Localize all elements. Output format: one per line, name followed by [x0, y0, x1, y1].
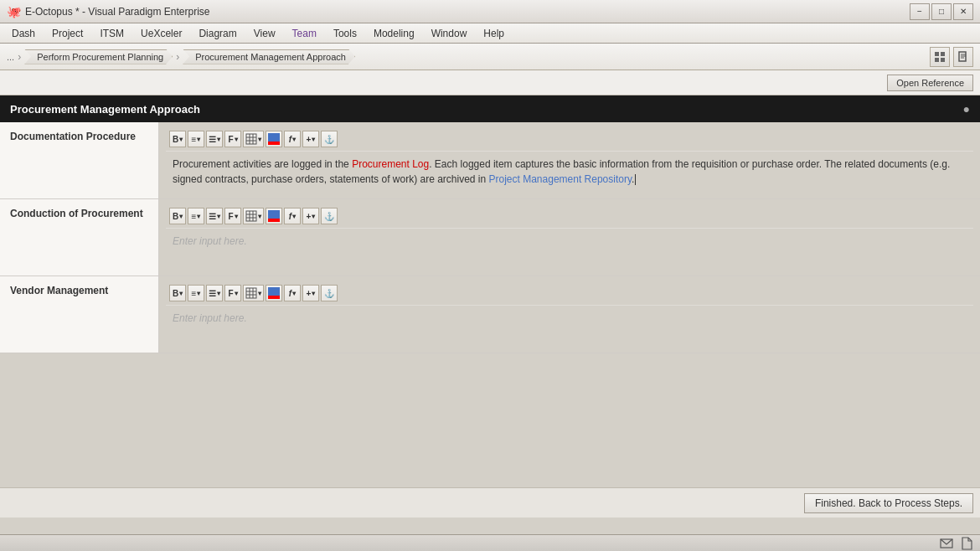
menu-uexceler[interactable]: UeXceler — [132, 24, 190, 43]
breadcrumb-sep-2: › — [176, 51, 179, 63]
field-conduction[interactable]: B▾ ≡▾ ☰▾ F▾ ▾ — [159, 199, 980, 276]
content-wrapper: Procurement Management Approach ● Docume… — [0, 95, 980, 534]
status-file-icon[interactable] — [960, 537, 973, 550]
menu-itsm[interactable]: ITSM — [91, 24, 132, 43]
breadcrumb-bar: ... › Perform Procurement Planning › Pro… — [0, 44, 980, 70]
breadcrumb-sep-1: › — [18, 51, 21, 63]
finished-back-button[interactable]: Finished. Back to Process Steps. — [804, 493, 973, 513]
scrollable-content[interactable]: Procurement Management Approach ● Docume… — [0, 95, 980, 534]
tb-bold-2[interactable]: B▾ — [169, 208, 186, 224]
section-title: Procurement Management Approach — [10, 103, 200, 116]
tb-color-block-2[interactable] — [266, 208, 282, 224]
reference-bar: Open Reference — [0, 70, 980, 95]
menu-help[interactable]: Help — [475, 24, 513, 43]
tb-search-2[interactable]: ⚓ — [321, 208, 338, 224]
field-vendor[interactable]: B▾ ≡▾ ☰▾ F▾ ▾ — [159, 276, 980, 353]
field-label-documentation: Documentation Procedure — [0, 122, 159, 198]
tb-font-2[interactable]: F▾ — [224, 208, 241, 224]
tb-table-insert[interactable]: ▾ — [243, 131, 264, 147]
menu-team[interactable]: Team — [284, 24, 325, 43]
tb-align-2[interactable]: ≡▾ — [188, 208, 204, 224]
menu-window[interactable]: Window — [423, 24, 476, 43]
editor-content-vendor[interactable]: Enter input here. — [166, 306, 973, 348]
field-label-conduction: Conduction of Procurement — [0, 199, 159, 276]
breadcrumb-icon-doc[interactable] — [953, 47, 973, 67]
breadcrumb-approach[interactable]: Procurement Management Approach — [183, 49, 355, 64]
tb-table-insert-3[interactable]: ▾ — [243, 285, 264, 301]
window-title: E-Octopus * - Visual Paradigm Enterprise — [25, 6, 210, 18]
tb-font[interactable]: F▾ — [224, 131, 241, 147]
menu-view[interactable]: View — [245, 24, 284, 43]
tb-color-block[interactable] — [266, 131, 282, 147]
tb-table-insert-2[interactable]: ▾ — [243, 208, 264, 224]
menu-modeling[interactable]: Modeling — [365, 24, 423, 43]
svg-rect-13 — [246, 211, 256, 221]
breadcrumb-icon-grid[interactable] — [930, 47, 950, 67]
tb-align-3[interactable]: ≡▾ — [188, 285, 204, 301]
section-expand-icon[interactable]: ● — [963, 102, 970, 116]
bottom-bar: Finished. Back to Process Steps. — [0, 487, 980, 518]
tb-formula[interactable]: f▾ — [284, 131, 301, 147]
toolbar-vendor: B▾ ≡▾ ☰▾ F▾ ▾ — [166, 281, 973, 306]
tb-insert-2[interactable]: +▾ — [302, 208, 319, 224]
tb-bold[interactable]: B▾ — [169, 131, 186, 147]
window-controls: − □ ✕ — [910, 3, 973, 20]
breadcrumb-perform[interactable]: Perform Procurement Planning — [24, 49, 173, 64]
tb-search[interactable]: ⚓ — [321, 131, 338, 147]
svg-rect-3 — [941, 58, 945, 62]
svg-rect-18 — [246, 288, 256, 298]
text-highlight-red: Procurement Log — [352, 158, 429, 170]
tb-align[interactable]: ≡▾ — [188, 131, 204, 147]
maximize-button[interactable]: □ — [931, 3, 952, 20]
tb-font-3[interactable]: F▾ — [224, 285, 241, 301]
tb-list[interactable]: ☰▾ — [206, 131, 223, 147]
tb-insert[interactable]: +▾ — [302, 131, 319, 147]
field-documentation[interactable]: B▾ ≡▾ ☰▾ F▾ ▾ — [159, 122, 980, 198]
close-button[interactable]: ✕ — [953, 3, 973, 20]
app-icon: 🐙 — [7, 5, 20, 18]
title-bar: 🐙 E-Octopus * - Visual Paradigm Enterpri… — [0, 0, 980, 23]
tb-search-3[interactable]: ⚓ — [321, 285, 338, 301]
toolbar-documentation: B▾ ≡▾ ☰▾ F▾ ▾ — [166, 127, 973, 152]
form-row-vendor: Vendor Management B▾ ≡▾ ☰▾ F▾ — [0, 276, 980, 353]
menu-bar: Dash Project ITSM UeXceler Diagram View … — [0, 23, 980, 44]
tb-color-block-3[interactable] — [266, 285, 282, 301]
breadcrumb-icons — [930, 47, 973, 67]
breadcrumb-nav-dots[interactable]: ... — [7, 52, 14, 62]
status-email-icon[interactable] — [940, 537, 953, 550]
form-row-conduction: Conduction of Procurement B▾ ≡▾ ☰▾ F▾ — [0, 199, 980, 276]
menu-project[interactable]: Project — [44, 24, 91, 43]
menu-tools[interactable]: Tools — [325, 24, 365, 43]
tb-list-3[interactable]: ☰▾ — [206, 285, 223, 301]
svg-rect-1 — [941, 52, 945, 56]
tb-insert-3[interactable]: +▾ — [302, 285, 319, 301]
tb-bold-3[interactable]: B▾ — [169, 285, 186, 301]
text-cursor — [635, 174, 636, 185]
status-bar — [0, 534, 980, 551]
minimize-button[interactable]: − — [910, 3, 930, 20]
menu-diagram[interactable]: Diagram — [190, 24, 245, 43]
tb-formula-3[interactable]: f▾ — [284, 285, 301, 301]
toolbar-conduction: B▾ ≡▾ ☰▾ F▾ ▾ — [166, 204, 973, 229]
svg-rect-8 — [246, 134, 256, 144]
tb-formula-2[interactable]: f▾ — [284, 208, 301, 224]
form-row-documentation: Documentation Procedure B▾ ≡▾ ☰▾ F▾ — [0, 122, 980, 199]
editor-content-documentation[interactable]: Procurement activities are logged in the… — [166, 152, 973, 193]
text-highlight-blue: Project Management Repository — [489, 173, 632, 185]
editor-content-conduction[interactable]: Enter input here. — [166, 229, 973, 270]
svg-rect-2 — [935, 58, 939, 62]
field-label-vendor: Vendor Management — [0, 276, 159, 353]
open-reference-button[interactable]: Open Reference — [887, 75, 973, 91]
section-header: Procurement Management Approach ● — [0, 95, 980, 122]
svg-rect-0 — [935, 52, 939, 56]
menu-dash[interactable]: Dash — [3, 24, 44, 43]
tb-list-2[interactable]: ☰▾ — [206, 208, 223, 224]
